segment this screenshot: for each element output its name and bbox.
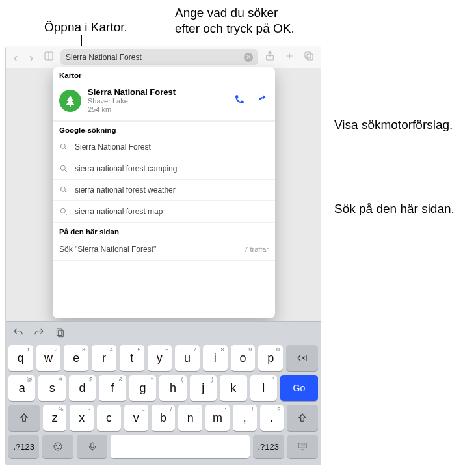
key-b[interactable]: /b: [152, 405, 176, 431]
key-o[interactable]: 9o: [231, 345, 256, 371]
svg-point-5: [60, 166, 65, 171]
dictation-key[interactable]: [77, 435, 107, 458]
maps-result-text: Sierra National Forest Shaver Lake 254 k…: [88, 87, 176, 114]
svg-point-7: [60, 209, 65, 213]
key-h[interactable]: (h: [159, 375, 186, 401]
key-w[interactable]: 2w: [36, 345, 61, 371]
key-d[interactable]: $d: [69, 375, 96, 401]
space-key[interactable]: [111, 435, 250, 458]
keyboard-toolbar: [6, 324, 321, 345]
key-f[interactable]: &f: [99, 375, 126, 401]
key-comma[interactable]: !,: [233, 405, 257, 431]
svg-rect-13: [90, 443, 94, 448]
new-tab-icon[interactable]: [282, 50, 297, 64]
forward-button[interactable]: ›: [25, 51, 37, 64]
find-on-page-text: Sök "Sierra National Forest": [59, 245, 156, 254]
key-period[interactable]: ?.: [260, 405, 284, 431]
directions-icon[interactable]: [257, 94, 269, 108]
svg-rect-8: [57, 329, 62, 336]
svg-point-11: [56, 445, 57, 446]
suggestion-text: sierra national forest weather: [75, 185, 176, 195]
key-v[interactable]: =v: [124, 405, 148, 431]
backspace-key[interactable]: [286, 345, 318, 371]
maps-result-title: Sierra National Forest: [88, 87, 176, 97]
back-button[interactable]: ‹: [10, 51, 21, 64]
callout-line1: Ange vad du söker: [175, 5, 295, 21]
search-icon: [59, 164, 68, 173]
key-a[interactable]: @a: [8, 375, 35, 401]
address-bar[interactable]: Sierra National Forest ✕: [60, 49, 258, 65]
maps-section-header: Kartor: [53, 67, 275, 82]
key-s[interactable]: #s: [38, 375, 65, 401]
suggestion-text: sierra national forest map: [75, 207, 163, 216]
svg-point-10: [54, 443, 62, 450]
key-u[interactable]: 7u: [175, 345, 200, 371]
maps-result-sub2: 254 km: [88, 105, 176, 114]
svg-rect-14: [298, 443, 306, 448]
callout-open-in-maps: Öppna i Kartor.: [44, 20, 127, 35]
shift-key-right[interactable]: [287, 405, 318, 431]
svg-point-4: [60, 144, 65, 149]
clipboard-icon[interactable]: [54, 327, 66, 341]
mode-key-left[interactable]: .?123: [8, 435, 39, 458]
key-r[interactable]: 4r: [92, 345, 116, 371]
search-suggestions-panel: Kartor Sierra National Forest Shaver Lak…: [53, 67, 275, 318]
key-y[interactable]: 6y: [148, 345, 172, 371]
mode-key-right[interactable]: .?123: [253, 435, 284, 458]
dismiss-keyboard-key[interactable]: [287, 435, 318, 458]
clear-icon[interactable]: ✕: [244, 53, 253, 62]
search-icon: [59, 185, 68, 195]
key-z[interactable]: %z: [43, 405, 67, 431]
search-suggestion[interactable]: sierra national forest camping: [53, 158, 275, 180]
tree-icon: [59, 90, 81, 112]
redo-icon[interactable]: [33, 327, 45, 341]
keyboard-row-4: .?123.?123: [8, 435, 318, 458]
key-q[interactable]: 1q: [8, 345, 33, 371]
share-icon[interactable]: [262, 50, 278, 64]
key-t[interactable]: 5t: [120, 345, 144, 371]
svg-point-12: [59, 445, 60, 446]
key-e[interactable]: 3e: [64, 345, 88, 371]
suggestion-text: sierra national forest camping: [75, 164, 177, 173]
tabs-icon[interactable]: [301, 50, 317, 64]
maps-result-row[interactable]: Sierra National Forest Shaver Lake 254 k…: [53, 82, 275, 121]
keyboard-row-3: %z-x+c=v/b;n:m!,?.: [8, 405, 318, 431]
key-j[interactable]: )j: [190, 375, 217, 401]
google-section-header: Google-sökning: [53, 121, 275, 137]
emoji-key[interactable]: [42, 435, 73, 458]
panel-filler: [53, 261, 275, 318]
key-x[interactable]: -x: [70, 405, 94, 431]
key-n[interactable]: ;n: [178, 405, 202, 431]
onpage-section-header: På den här sidan: [53, 223, 275, 238]
undo-icon[interactable]: [12, 327, 24, 341]
search-suggestion[interactable]: sierra national forest map: [53, 201, 275, 223]
key-i[interactable]: 8i: [203, 345, 228, 371]
key-p[interactable]: 0p: [258, 345, 283, 371]
onscreen-keyboard: 1q2w3e4r5t6y7u8i9o0p @a#s$d&f*g(h)j'k"lG…: [6, 321, 321, 465]
search-suggestion[interactable]: Sierra National Forest: [53, 137, 275, 158]
safari-toolbar: ‹ › Sierra National Forest ✕: [6, 46, 321, 68]
maps-result-sub1: Shaver Lake: [88, 97, 176, 105]
shift-key-left[interactable]: [8, 405, 40, 431]
svg-rect-3: [307, 54, 313, 60]
maps-actions: [233, 94, 269, 108]
reading-list-icon[interactable]: [41, 50, 57, 64]
search-icon: [59, 143, 68, 152]
key-c[interactable]: +c: [97, 405, 121, 431]
device-frame: ‹ › Sierra National Forest ✕ Kartor Sier…: [5, 46, 321, 465]
key-g[interactable]: *g: [129, 375, 156, 401]
find-on-page-row[interactable]: Sök "Sierra National Forest" 7 träffar: [53, 238, 275, 261]
key-k[interactable]: 'k: [220, 375, 246, 401]
go-key[interactable]: Go: [280, 375, 318, 401]
call-icon[interactable]: [233, 94, 245, 108]
callout-engine-suggestions: Visa sökmotorförslag.: [334, 117, 453, 133]
callout-search-hint: Ange vad du söker efter och tryck på OK.: [175, 5, 295, 36]
suggestion-text: Sierra National Forest: [75, 143, 151, 152]
address-bar-text: Sierra National Forest: [66, 53, 142, 62]
keyboard-row-2: @a#s$d&f*g(h)j'k"lGo: [8, 375, 318, 401]
search-suggestion[interactable]: sierra national forest weather: [53, 180, 275, 201]
key-m[interactable]: :m: [205, 405, 230, 431]
key-l[interactable]: "l: [250, 375, 277, 401]
callout-search-on-page: Sök på den här sidan.: [334, 201, 455, 217]
keyboard-row-1: 1q2w3e4r5t6y7u8i9o0p: [8, 345, 318, 371]
